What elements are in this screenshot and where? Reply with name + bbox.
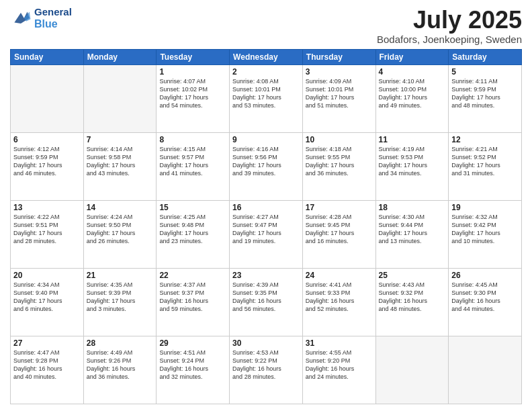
day-info: Sunrise: 4:22 AM Sunset: 9:51 PM Dayligh… [13, 213, 81, 246]
col-monday: Monday [83, 49, 157, 64]
day-info: Sunrise: 4:14 AM Sunset: 9:58 PM Dayligh… [87, 145, 154, 178]
calendar-week-row: 13Sunrise: 4:22 AM Sunset: 9:51 PM Dayli… [11, 200, 522, 268]
day-number: 7 [87, 135, 154, 144]
day-number: 15 [159, 203, 226, 212]
day-number: 28 [87, 338, 154, 348]
table-row: 31Sunrise: 4:55 AM Sunset: 9:20 PM Dayli… [302, 336, 375, 404]
day-number: 19 [451, 203, 519, 212]
table-row: 1Sunrise: 4:07 AM Sunset: 10:02 PM Dayli… [157, 64, 230, 132]
table-row: 26Sunrise: 4:45 AM Sunset: 9:30 PM Dayli… [449, 268, 522, 336]
day-info: Sunrise: 4:35 AM Sunset: 9:39 PM Dayligh… [87, 281, 154, 314]
day-info: Sunrise: 4:30 AM Sunset: 9:44 PM Dayligh… [379, 213, 446, 246]
table-row: 17Sunrise: 4:28 AM Sunset: 9:45 PM Dayli… [302, 200, 375, 268]
day-number: 18 [379, 203, 446, 212]
day-number: 5 [451, 67, 519, 77]
title-block: July 2025 Bodafors, Joenkoeping, Sweden [377, 7, 522, 45]
day-number: 1 [159, 67, 226, 77]
table-row [449, 336, 522, 404]
month-title: July 2025 [377, 7, 522, 34]
table-row: 3Sunrise: 4:09 AM Sunset: 10:01 PM Dayli… [302, 64, 375, 132]
day-number: 21 [87, 271, 154, 280]
day-info: Sunrise: 4:16 AM Sunset: 9:56 PM Dayligh… [232, 145, 300, 178]
table-row: 9Sunrise: 4:16 AM Sunset: 9:56 PM Daylig… [230, 132, 303, 200]
day-number: 29 [159, 338, 226, 348]
day-number: 20 [13, 271, 81, 280]
day-info: Sunrise: 4:32 AM Sunset: 9:42 PM Dayligh… [451, 213, 519, 246]
day-number: 3 [306, 67, 373, 77]
day-info: Sunrise: 4:45 AM Sunset: 9:30 PM Dayligh… [451, 281, 519, 314]
table-row: 28Sunrise: 4:49 AM Sunset: 9:26 PM Dayli… [83, 336, 157, 404]
logo-icon [10, 7, 32, 29]
table-row: 10Sunrise: 4:18 AM Sunset: 9:55 PM Dayli… [302, 132, 375, 200]
logo-text: General Blue [34, 7, 72, 30]
day-info: Sunrise: 4:41 AM Sunset: 9:33 PM Dayligh… [306, 281, 373, 314]
day-info: Sunrise: 4:18 AM Sunset: 9:55 PM Dayligh… [306, 145, 373, 178]
calendar-header-row: Sunday Monday Tuesday Wednesday Thursday… [11, 49, 522, 64]
col-tuesday: Tuesday [157, 49, 230, 64]
table-row: 5Sunrise: 4:11 AM Sunset: 9:59 PM Daylig… [449, 64, 522, 132]
day-number: 12 [451, 135, 519, 144]
table-row: 13Sunrise: 4:22 AM Sunset: 9:51 PM Dayli… [11, 200, 84, 268]
day-number: 16 [232, 203, 300, 212]
day-number: 14 [87, 203, 154, 212]
day-number: 27 [13, 338, 81, 348]
logo: General Blue [10, 7, 72, 30]
day-info: Sunrise: 4:07 AM Sunset: 10:02 PM Daylig… [159, 77, 226, 110]
col-saturday: Saturday [449, 49, 522, 64]
calendar-week-row: 20Sunrise: 4:34 AM Sunset: 9:40 PM Dayli… [11, 268, 522, 336]
table-row: 8Sunrise: 4:15 AM Sunset: 9:57 PM Daylig… [157, 132, 230, 200]
day-number: 30 [232, 338, 300, 348]
table-row: 22Sunrise: 4:37 AM Sunset: 9:37 PM Dayli… [157, 268, 230, 336]
day-number: 25 [379, 271, 446, 280]
table-row: 19Sunrise: 4:32 AM Sunset: 9:42 PM Dayli… [449, 200, 522, 268]
table-row: 25Sunrise: 4:43 AM Sunset: 9:32 PM Dayli… [375, 268, 449, 336]
day-info: Sunrise: 4:10 AM Sunset: 10:00 PM Daylig… [379, 77, 446, 110]
table-row: 16Sunrise: 4:27 AM Sunset: 9:47 PM Dayli… [230, 200, 303, 268]
day-info: Sunrise: 4:28 AM Sunset: 9:45 PM Dayligh… [306, 213, 373, 246]
calendar-week-row: 1Sunrise: 4:07 AM Sunset: 10:02 PM Dayli… [11, 64, 522, 132]
col-wednesday: Wednesday [230, 49, 303, 64]
day-number: 8 [159, 135, 226, 144]
day-info: Sunrise: 4:21 AM Sunset: 9:52 PM Dayligh… [451, 145, 519, 178]
day-info: Sunrise: 4:24 AM Sunset: 9:50 PM Dayligh… [87, 213, 154, 246]
day-info: Sunrise: 4:08 AM Sunset: 10:01 PM Daylig… [232, 77, 300, 110]
day-info: Sunrise: 4:49 AM Sunset: 9:26 PM Dayligh… [87, 349, 154, 381]
day-info: Sunrise: 4:47 AM Sunset: 9:28 PM Dayligh… [13, 349, 81, 381]
table-row [83, 64, 157, 132]
day-info: Sunrise: 4:19 AM Sunset: 9:53 PM Dayligh… [379, 145, 446, 178]
day-info: Sunrise: 4:12 AM Sunset: 9:59 PM Dayligh… [13, 145, 81, 178]
day-number: 23 [232, 271, 300, 280]
day-number: 4 [379, 67, 446, 77]
calendar-week-row: 27Sunrise: 4:47 AM Sunset: 9:28 PM Dayli… [11, 336, 522, 404]
table-row: 18Sunrise: 4:30 AM Sunset: 9:44 PM Dayli… [375, 200, 449, 268]
day-number: 26 [451, 271, 519, 280]
location: Bodafors, Joenkoeping, Sweden [377, 34, 522, 45]
table-row: 14Sunrise: 4:24 AM Sunset: 9:50 PM Dayli… [83, 200, 157, 268]
day-number: 2 [232, 67, 300, 77]
day-number: 24 [306, 271, 373, 280]
table-row: 6Sunrise: 4:12 AM Sunset: 9:59 PM Daylig… [11, 132, 84, 200]
col-thursday: Thursday [302, 49, 375, 64]
day-info: Sunrise: 4:39 AM Sunset: 9:35 PM Dayligh… [232, 281, 300, 314]
table-row: 11Sunrise: 4:19 AM Sunset: 9:53 PM Dayli… [375, 132, 449, 200]
day-info: Sunrise: 4:53 AM Sunset: 9:22 PM Dayligh… [232, 349, 300, 381]
table-row [375, 336, 449, 404]
table-row: 4Sunrise: 4:10 AM Sunset: 10:00 PM Dayli… [375, 64, 449, 132]
day-number: 6 [13, 135, 81, 144]
day-info: Sunrise: 4:25 AM Sunset: 9:48 PM Dayligh… [159, 213, 226, 246]
day-number: 31 [306, 338, 373, 348]
table-row: 24Sunrise: 4:41 AM Sunset: 9:33 PM Dayli… [302, 268, 375, 336]
day-info: Sunrise: 4:43 AM Sunset: 9:32 PM Dayligh… [379, 281, 446, 314]
table-row: 23Sunrise: 4:39 AM Sunset: 9:35 PM Dayli… [230, 268, 303, 336]
day-info: Sunrise: 4:15 AM Sunset: 9:57 PM Dayligh… [159, 145, 226, 178]
day-number: 17 [306, 203, 373, 212]
table-row: 29Sunrise: 4:51 AM Sunset: 9:24 PM Dayli… [157, 336, 230, 404]
table-row: 30Sunrise: 4:53 AM Sunset: 9:22 PM Dayli… [230, 336, 303, 404]
table-row: 20Sunrise: 4:34 AM Sunset: 9:40 PM Dayli… [11, 268, 84, 336]
calendar: Sunday Monday Tuesday Wednesday Thursday… [10, 49, 522, 404]
day-info: Sunrise: 4:55 AM Sunset: 9:20 PM Dayligh… [306, 349, 373, 381]
table-row: 15Sunrise: 4:25 AM Sunset: 9:48 PM Dayli… [157, 200, 230, 268]
day-info: Sunrise: 4:51 AM Sunset: 9:24 PM Dayligh… [159, 349, 226, 381]
col-sunday: Sunday [11, 49, 84, 64]
day-info: Sunrise: 4:34 AM Sunset: 9:40 PM Dayligh… [13, 281, 81, 314]
